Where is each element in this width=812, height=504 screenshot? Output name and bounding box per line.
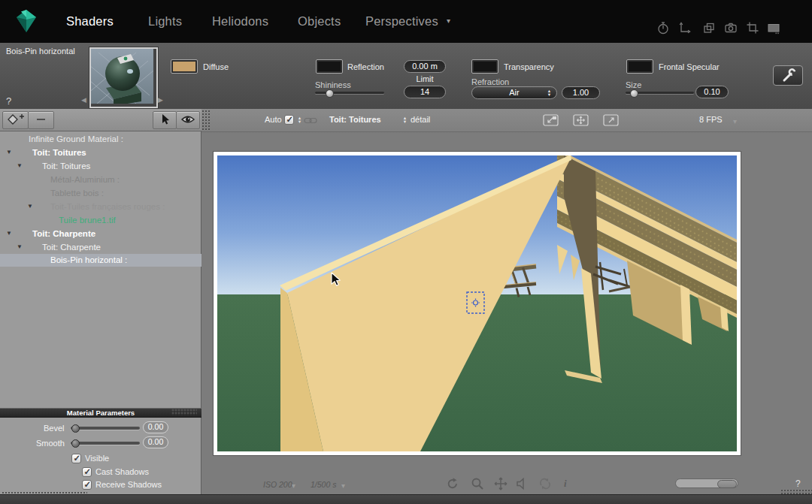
advanced-settings-button[interactable] (773, 65, 803, 86)
link-icon[interactable] (304, 117, 317, 124)
tab-shaders[interactable]: Shaders (66, 0, 114, 43)
visible-checkbox[interactable] (71, 454, 81, 463)
cast-shadows-checkbox[interactable] (82, 467, 92, 477)
refraction-label: Refraction (471, 77, 509, 86)
tab-perspectives[interactable]: Perspectives (365, 0, 438, 43)
tab-lights[interactable]: Lights (148, 0, 182, 43)
refraction-select-stepper-icon[interactable] (546, 88, 553, 98)
tree-expand-arrow[interactable]: ▼ (6, 146, 12, 159)
perspectives-dropdown-caret[interactable] (447, 0, 450, 41)
smooth-slider[interactable] (71, 442, 140, 445)
duplicate-icon[interactable] (701, 20, 717, 35)
tree-item-infinite-ground[interactable]: Infinite Ground Material : (29, 132, 123, 146)
artlantis-logo-icon (14, 8, 39, 34)
tree-expand-arrow[interactable]: ▼ (6, 227, 12, 240)
tree-item-toit-toitures[interactable]: Toit: Toitures (32, 146, 86, 159)
auto-label: Auto (265, 115, 282, 124)
fit-window-left-icon[interactable] (543, 114, 559, 126)
top-menu-bar: Shaders Lights Heliodons Objects Perspec… (0, 0, 812, 44)
tree-item-bois-pin-horizontal[interactable]: Bois-Pin horizontal : (50, 254, 127, 267)
shutter-value[interactable]: 1/500 s (311, 480, 336, 489)
speaker-icon[interactable] (515, 476, 530, 491)
expand-window-icon[interactable] (573, 114, 589, 126)
reflection-color-swatch[interactable] (316, 59, 343, 74)
visible-label: Visible (85, 454, 109, 463)
next-material-arrow[interactable]: ▶ (158, 96, 163, 104)
refraction-index-field[interactable]: 1.00 (562, 86, 600, 99)
display-icon[interactable] (766, 20, 781, 35)
shader-parameter-bar: Bois-Pin horizontal ? ◀ (0, 43, 812, 110)
remove-shader-button[interactable] (28, 111, 54, 129)
cursor-arrow-icon (153, 112, 176, 127)
tree-expand-arrow[interactable]: ▼ (27, 200, 33, 213)
iso-value[interactable]: ISO 200 (263, 480, 292, 489)
shininess-slider-thumb[interactable] (326, 89, 334, 98)
undo-icon[interactable] (445, 476, 460, 491)
timer-icon[interactable] (656, 20, 671, 35)
reflection-label: Reflection (347, 62, 384, 71)
help-button[interactable]: ? (6, 95, 11, 107)
toolbar-grip[interactable] (201, 110, 210, 131)
tree-item-toit-charpente-sub[interactable]: Toit: Charpente (42, 240, 101, 254)
pan-icon[interactable] (493, 476, 508, 491)
tree-item-metal-aluminium[interactable]: Métal-Aluminium : (50, 173, 120, 186)
smooth-value-field[interactable]: 0.00 (143, 436, 168, 448)
crop-icon[interactable] (745, 20, 760, 35)
transparency-label: Transparency (504, 62, 554, 71)
visibility-button[interactable] (176, 111, 200, 129)
application-window: Shaders Lights Heliodons Objects Perspec… (0, 0, 812, 504)
bevel-value-field[interactable]: 0.00 (143, 421, 168, 433)
tree-item-toit-toitures-sub[interactable]: Toit: Toitures (42, 159, 90, 173)
detail-label[interactable]: détail (411, 115, 430, 124)
fps-dropdown-caret[interactable] (733, 113, 737, 127)
fps-indicator: 8 FPS (699, 115, 723, 124)
camera-icon[interactable] (723, 20, 738, 35)
previous-material-arrow[interactable]: ◀ (81, 96, 86, 104)
auto-update-checkbox[interactable] (284, 115, 294, 125)
axes-icon[interactable] (677, 20, 692, 35)
tree-item-tablette-bois[interactable]: Tablette bois : (50, 186, 104, 200)
material-name-label: Bois-Pin horizontal (6, 47, 75, 56)
shininess-value-field[interactable]: 14 (404, 86, 446, 98)
tab-objects[interactable]: Objects (298, 0, 341, 43)
smooth-label: Smooth (36, 439, 65, 448)
tree-item-tuiles-francaises[interactable]: Toit-Tuiles françaises rouges : (50, 200, 165, 213)
tree-item-tuile-brune-tif[interactable]: Tuile brune1.tif (59, 213, 116, 227)
bevel-slider[interactable] (71, 427, 140, 430)
limit-label: Limit (404, 74, 446, 83)
tab-heliodons[interactable]: Heliodons (212, 0, 268, 43)
info-icon[interactable]: i (564, 478, 567, 490)
panel-grip[interactable] (171, 409, 197, 415)
preview-zoom-slider[interactable] (675, 478, 738, 488)
receive-shadows-checkbox[interactable] (82, 480, 92, 490)
tree-expand-arrow[interactable]: ▼ (17, 159, 23, 173)
iso-dropdown-caret[interactable] (292, 478, 295, 491)
detail-stepper-icon[interactable] (401, 115, 408, 125)
preview-zoom-thumb[interactable] (717, 480, 737, 488)
receive-shadows-label: Receive Shadows (95, 480, 162, 489)
pick-shader-button[interactable] (153, 111, 177, 129)
tree-expand-arrow[interactable]: ▼ (17, 240, 23, 254)
transparency-color-swatch[interactable] (471, 59, 498, 74)
diffuse-color-swatch[interactable] (171, 59, 198, 74)
shutter-dropdown-caret[interactable] (341, 478, 345, 491)
preview-toolbar: Auto Toit: Toitures détail (201, 109, 812, 132)
auto-stepper-icon[interactable] (296, 115, 303, 125)
size-value-field[interactable]: 0.10 (695, 86, 729, 98)
material-preview[interactable] (89, 47, 158, 108)
bevel-slider-thumb[interactable] (71, 424, 80, 433)
fit-window-right-icon[interactable] (603, 114, 619, 126)
tree-item-toit-charpente[interactable]: Toit: Charpente (32, 227, 95, 240)
add-shader-button[interactable] (2, 111, 29, 129)
refraction-select[interactable]: Air (471, 86, 557, 99)
render-scene[interactable] (217, 155, 737, 451)
reflection-limit-field[interactable]: 0.00 m (404, 60, 446, 73)
zoom-icon[interactable] (470, 476, 485, 491)
shininess-label: Shininess (315, 80, 351, 89)
help-button-bottom[interactable]: ? (795, 478, 801, 489)
smooth-slider-thumb[interactable] (71, 439, 80, 448)
frontal-specular-color-swatch[interactable] (626, 59, 653, 74)
preview-area: Auto Toit: Toitures détail (201, 109, 812, 494)
sync-icon[interactable] (538, 476, 553, 491)
size-slider-thumb[interactable] (630, 89, 638, 98)
